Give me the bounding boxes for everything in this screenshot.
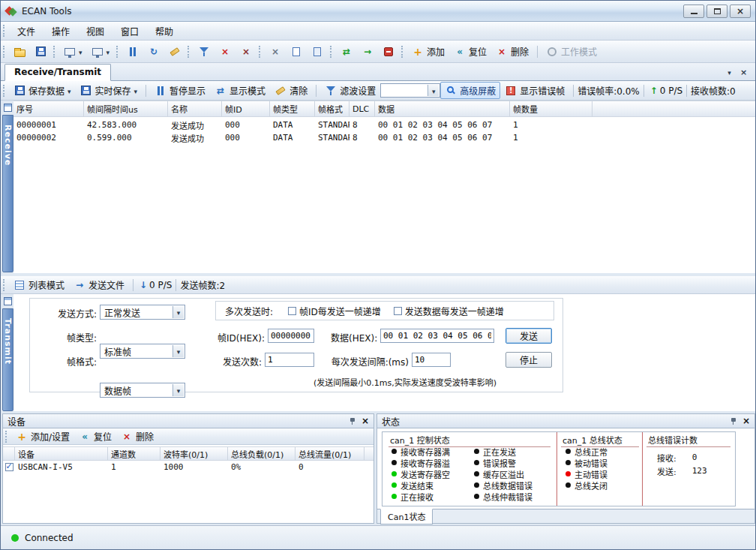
minimize-button[interactable] bbox=[683, 5, 704, 18]
cancel-button[interactable] bbox=[214, 44, 236, 60]
show-error-frames-button[interactable]: 显示错误帧 bbox=[500, 82, 569, 99]
inc-data-label[interactable]: 发送数据每发送一帧递增 bbox=[405, 305, 504, 317]
pin-icon[interactable] bbox=[350, 417, 357, 425]
dropdown-button[interactable] bbox=[172, 306, 184, 318]
inc-frame-id-label[interactable]: 帧ID每发送一帧递增 bbox=[299, 305, 381, 317]
clear-button[interactable] bbox=[164, 44, 185, 60]
tab-list-button[interactable] bbox=[724, 67, 735, 77]
device-table-row[interactable]: USBCAN-I-V5 1 1000 0% 0 bbox=[3, 461, 374, 473]
table-row[interactable]: 00000002 0.599.000 发送成功 000 DATA STANDAR… bbox=[14, 131, 755, 144]
col-header-frame-count[interactable]: 帧数量 bbox=[510, 101, 592, 116]
transmit-toolbar: 列表模式 发送文件 0 P/S 发送帧数:2 bbox=[1, 276, 755, 294]
device-checkbox[interactable] bbox=[5, 463, 14, 471]
send-mode-select[interactable]: 正常发送 bbox=[100, 305, 185, 320]
col-header-frame-id[interactable]: 帧ID bbox=[222, 101, 270, 116]
pause-display-button[interactable]: 暂停显示 bbox=[150, 82, 210, 99]
close-icon[interactable] bbox=[362, 416, 369, 426]
filter-combobox[interactable] bbox=[380, 83, 440, 98]
cut-button[interactable] bbox=[265, 44, 286, 60]
cell: 00 01 02 03 04 05 06 07 bbox=[375, 120, 510, 130]
data-hex-input[interactable] bbox=[380, 329, 494, 343]
toolbar-separator bbox=[644, 85, 644, 97]
titlebar: ECAN Tools bbox=[1, 1, 755, 22]
col-header-seq[interactable]: 序号 bbox=[14, 101, 84, 116]
combobox-dropdown-button[interactable] bbox=[428, 85, 439, 96]
connect-button[interactable] bbox=[336, 44, 357, 60]
col-header-data[interactable]: 数据 bbox=[375, 101, 510, 116]
menu-operation[interactable]: 操作 bbox=[44, 22, 78, 41]
frame-id-input[interactable] bbox=[268, 329, 314, 343]
inc-frame-id-checkbox[interactable] bbox=[288, 307, 296, 315]
table-row[interactable]: 00000001 42.583.000 发送成功 000 DATA STANDA… bbox=[14, 119, 755, 131]
send-button[interactable]: 发送 bbox=[506, 328, 552, 344]
col-header-frame-type[interactable]: 帧类型 bbox=[270, 101, 315, 116]
realtime-save-button[interactable]: 实时保存 bbox=[76, 82, 142, 99]
remove-button[interactable] bbox=[236, 44, 256, 60]
advanced-mask-button[interactable]: 高级屏蔽 bbox=[440, 82, 500, 99]
device-checkbox-cell bbox=[3, 463, 15, 471]
device-reset-button[interactable]: 复位 bbox=[74, 428, 116, 445]
col-header-dlc[interactable]: DLC bbox=[350, 101, 375, 116]
add-settings-button[interactable]: 添加/设置 bbox=[11, 428, 74, 445]
save-button[interactable] bbox=[30, 44, 51, 60]
col-header-name[interactable]: 名称 bbox=[168, 101, 222, 116]
add-device-button[interactable]: 添加 bbox=[407, 43, 449, 60]
menu-file[interactable]: 文件 bbox=[9, 22, 44, 41]
list-mode-button[interactable]: 列表模式 bbox=[9, 276, 69, 293]
inc-data-checkbox[interactable] bbox=[394, 307, 402, 315]
transmit-vertical-tab[interactable]: Transmit bbox=[2, 308, 14, 411]
tab-can1-status[interactable]: Can1状态 bbox=[380, 509, 433, 524]
pin-icon[interactable] bbox=[730, 417, 738, 425]
menu-help[interactable]: 帮助 bbox=[147, 22, 182, 41]
filter-settings-button[interactable]: 滤波设置 bbox=[320, 82, 380, 99]
copy-button[interactable] bbox=[286, 44, 307, 60]
stop-button[interactable]: 停止 bbox=[506, 352, 552, 368]
send-file-button[interactable]: 发送文件 bbox=[69, 276, 129, 293]
mode-icon bbox=[548, 47, 556, 56]
filter-button[interactable] bbox=[194, 44, 214, 60]
device-icon bbox=[64, 48, 75, 56]
interval-input[interactable] bbox=[412, 353, 451, 367]
col-header-interval[interactable]: 帧间隔时间us bbox=[84, 101, 168, 116]
status-dot bbox=[474, 494, 479, 499]
tab-receive-transmit[interactable]: Receive/Transmit bbox=[4, 64, 111, 81]
col-header-load[interactable]: 总线负载(0/1) bbox=[228, 447, 296, 460]
menu-window[interactable]: 窗口 bbox=[112, 22, 147, 41]
maximize-button[interactable] bbox=[706, 5, 728, 18]
funnel-icon bbox=[199, 47, 209, 56]
work-mode-button[interactable]: 工作模式 bbox=[542, 43, 602, 60]
close-icon[interactable] bbox=[742, 416, 750, 426]
send-count-input[interactable] bbox=[265, 353, 314, 367]
error-frame-icon bbox=[506, 86, 515, 95]
clear-list-button[interactable]: 清除 bbox=[270, 82, 312, 99]
device-dropdown-2[interactable] bbox=[87, 44, 115, 60]
close-button[interactable] bbox=[730, 5, 751, 18]
col-header-flow[interactable]: 总线流量(0/1) bbox=[296, 447, 364, 460]
dropdown-button[interactable] bbox=[172, 345, 184, 357]
frame-format-select[interactable]: 数据帧 bbox=[100, 383, 185, 398]
toolbar-grip bbox=[330, 46, 333, 58]
device-dropdown-1[interactable] bbox=[59, 44, 87, 60]
frame-type-select[interactable]: 标准帧 bbox=[100, 344, 185, 359]
device-delete-button[interactable]: 删除 bbox=[116, 428, 158, 445]
dropdown-button[interactable] bbox=[172, 384, 184, 396]
stop-device-button[interactable] bbox=[378, 44, 399, 60]
tab-close-button[interactable] bbox=[738, 67, 749, 77]
save-data-button[interactable]: 保存数据 bbox=[9, 82, 76, 99]
col-header-device[interactable]: 设备 bbox=[15, 447, 108, 460]
status-item: 总线数据错误 bbox=[474, 480, 532, 490]
menu-view[interactable]: 视图 bbox=[78, 22, 112, 41]
delete-device-button[interactable]: 删除 bbox=[491, 43, 533, 60]
refresh-button[interactable] bbox=[143, 44, 164, 60]
display-mode-button[interactable]: 显示模式 bbox=[210, 82, 270, 99]
toolbar-grip bbox=[53, 46, 56, 58]
open-button[interactable] bbox=[9, 44, 30, 60]
col-header-baud[interactable]: 波特率(0/1) bbox=[160, 447, 228, 460]
col-header-frame-format[interactable]: 帧格式 bbox=[315, 101, 350, 116]
receive-vertical-tab[interactable]: Receive bbox=[2, 115, 14, 272]
pause-button[interactable] bbox=[122, 44, 143, 60]
paste-button[interactable] bbox=[307, 44, 328, 60]
reset-device-button[interactable]: 复位 bbox=[449, 43, 491, 60]
col-header-channels[interactable]: 通道数 bbox=[108, 447, 160, 460]
start-button[interactable] bbox=[357, 44, 378, 60]
